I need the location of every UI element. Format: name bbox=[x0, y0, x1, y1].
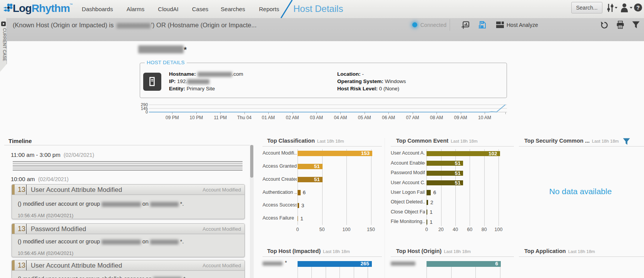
svg-text:?: ? bbox=[636, 5, 640, 11]
